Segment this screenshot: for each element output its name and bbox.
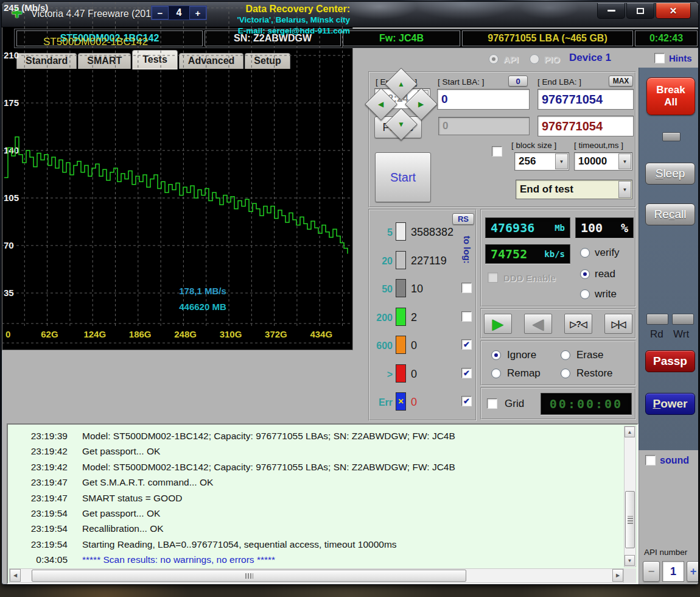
remap-radio[interactable] xyxy=(491,369,501,378)
minimize-icon xyxy=(607,10,615,12)
log-text-area[interactable]: 23:19:39Model: ST500DM002-1BC142; Capaci… xyxy=(9,426,624,567)
check-icon: ✔ xyxy=(463,397,470,405)
grid-label: Grid xyxy=(505,398,524,410)
horizontal-scroll-thumb[interactable] xyxy=(32,570,466,582)
position-lcd: 476936 Mb xyxy=(485,217,570,238)
scan-butterfly-button[interactable]: ▷|◁ xyxy=(604,314,632,334)
stat-count: 2 xyxy=(411,311,417,324)
right-arrow-icon: ▶ xyxy=(418,101,424,108)
log-timestamp: 0:34:05 xyxy=(15,554,68,565)
read-radio[interactable] xyxy=(580,269,590,279)
log-timestamp: 23:19:54 xyxy=(15,508,68,519)
erase-radio[interactable] xyxy=(561,350,570,360)
break-all-line1: Break xyxy=(656,84,685,96)
check-icon: ✔ xyxy=(463,369,470,377)
current-position-readout: 446620 MB xyxy=(154,302,251,312)
log-timestamp: 23:19:42 xyxy=(15,446,68,457)
stat-threshold-label: 200 xyxy=(371,313,393,323)
scroll-up-button[interactable]: ▲ xyxy=(625,426,635,437)
uptime-clock: 0:42:43 xyxy=(635,30,698,46)
stat-log-checkbox[interactable]: ✔ xyxy=(461,396,472,406)
stat-color-swatch xyxy=(396,279,406,297)
api-number-label: API number xyxy=(644,548,687,557)
passport-button[interactable]: Passp xyxy=(645,350,695,372)
read-label: read xyxy=(595,268,615,280)
block-size-select[interactable]: 256 ▼ xyxy=(514,152,569,171)
scroll-down-icon: ▼ xyxy=(628,558,632,563)
api-number-plus-button[interactable]: + xyxy=(687,561,699,582)
scroll-right-button[interactable]: ▶ xyxy=(612,569,623,582)
erase-label: Erase xyxy=(576,349,603,361)
latency-stats-group: RS to log: 5358838220227119501020026000✔… xyxy=(368,209,477,421)
sleep-label-key: S xyxy=(656,167,663,180)
ddd-enable-label: DDD Enable xyxy=(503,273,556,283)
log-message: SMART status = GOOD xyxy=(82,493,182,504)
timeout-select[interactable]: 10000 ▼ xyxy=(574,152,632,171)
svg-text:310G: 310G xyxy=(220,329,242,339)
sound-checkbox[interactable] xyxy=(645,455,656,465)
maximize-button[interactable] xyxy=(626,3,654,19)
log-horizontal-scrollbar[interactable]: ◀ ▶ xyxy=(9,568,624,583)
hints-checkbox[interactable] xyxy=(654,53,665,63)
pio-radio[interactable] xyxy=(530,54,539,64)
log-message: ***** Scan results: no warnings, no erro… xyxy=(82,554,275,565)
stat-log-checkbox[interactable] xyxy=(461,283,472,293)
ignore-radio[interactable] xyxy=(491,350,501,360)
pad-option-checkbox[interactable] xyxy=(492,146,502,157)
api-radio[interactable] xyxy=(489,54,499,64)
svg-text:186G: 186G xyxy=(129,329,152,339)
end-lba-field[interactable]: 976771054 xyxy=(537,89,634,110)
scan-buttons-group: ▶ ◀ ▷?◁ ▷|◁ xyxy=(480,308,636,339)
power-button[interactable]: Power xyxy=(645,393,695,415)
dropdown-arrow-icon[interactable]: ▼ xyxy=(618,154,631,169)
scroll-left-button[interactable]: ◀ xyxy=(10,569,21,582)
log-vertical-scrollbar[interactable]: ▲ ▼ xyxy=(624,426,636,567)
rewind-icon: ◀ xyxy=(533,317,544,331)
restore-label: Restore xyxy=(576,367,613,380)
scroll-down-button[interactable]: ▼ xyxy=(625,555,635,566)
stat-color-swatch xyxy=(396,251,406,269)
stat-color-swatch xyxy=(396,308,406,326)
api-number-field[interactable]: 1 xyxy=(662,561,684,582)
break-all-button[interactable]: Break All xyxy=(646,77,695,115)
api-number-minus-button[interactable]: − xyxy=(643,561,660,582)
log-entry: 23:19:54Recallibration... OK xyxy=(9,523,624,539)
position-value: 476936 xyxy=(491,221,534,235)
scroll-left-icon: ◀ xyxy=(13,573,17,578)
stat-log-checkbox[interactable]: ✔ xyxy=(461,368,472,378)
recall-button[interactable]: Recall xyxy=(645,203,695,225)
log-timestamp: 23:19:54 xyxy=(15,523,68,534)
vertical-scroll-thumb[interactable] xyxy=(625,491,635,548)
max-lba-button[interactable]: MAX xyxy=(609,76,633,87)
position-unit: Mb xyxy=(555,223,565,233)
minimize-button[interactable] xyxy=(597,3,625,19)
stat-count: 0 xyxy=(411,396,417,409)
verify-radio[interactable] xyxy=(580,248,590,258)
grid-checkbox[interactable] xyxy=(487,398,497,409)
dropdown-arrow-icon[interactable]: ▼ xyxy=(618,181,631,198)
promo-email: E-mail: sergei@hdd-911.com xyxy=(184,26,350,37)
rd-led-label: Rd xyxy=(650,328,663,341)
scan-backward-button[interactable]: ◀ xyxy=(524,314,552,334)
stat-log-checkbox[interactable] xyxy=(461,311,472,322)
graph-zoom-out-button[interactable]: − xyxy=(152,6,169,19)
stat-count: 0 xyxy=(411,368,417,381)
log-entry: 23:19:47SMART status = GOOD xyxy=(9,493,624,508)
write-radio[interactable] xyxy=(580,289,590,299)
scan-random-button[interactable]: ▷?◁ xyxy=(564,314,592,334)
start-button[interactable]: Start xyxy=(375,152,431,202)
after-test-action-select[interactable]: End of test ▼ xyxy=(516,180,632,199)
scan-forward-button[interactable]: ▶ xyxy=(484,314,512,334)
start-lba-field[interactable]: 0 xyxy=(437,89,530,110)
restore-radio[interactable] xyxy=(561,369,570,378)
status-group: 476936 Mb 100 % 74752 kb/s DDD Enable ve… xyxy=(480,209,636,307)
start-lba-zero-button[interactable]: 0 xyxy=(508,76,528,87)
stat-log-checkbox[interactable]: ✔ xyxy=(461,339,472,350)
dropdown-arrow-icon[interactable]: ▼ xyxy=(555,154,568,169)
elapsed-timer-lcd: 00:00:00 xyxy=(541,393,632,415)
close-button[interactable]: ✕ xyxy=(656,3,691,19)
sleep-button[interactable]: Sleep xyxy=(645,163,695,185)
stat-row: Err✕0✔ xyxy=(369,392,475,418)
svg-text:105: 105 xyxy=(4,193,19,203)
promo-block: Data Recovery Center: 'Victoria', Belaru… xyxy=(184,4,350,37)
